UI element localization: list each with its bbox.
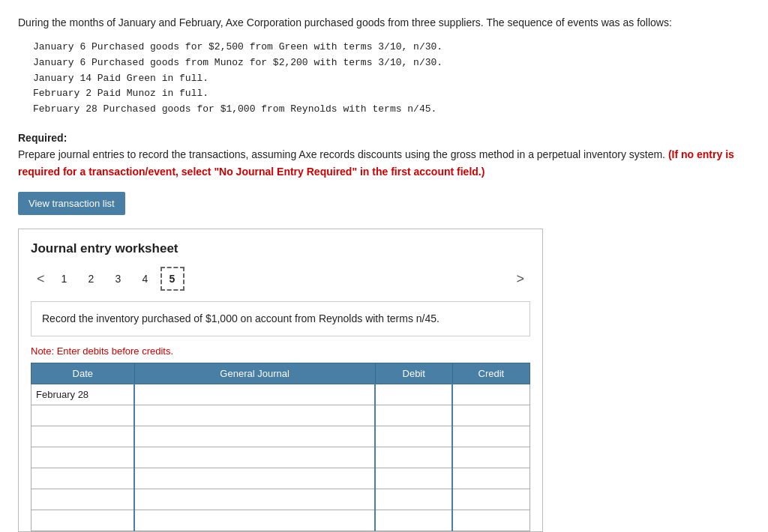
journal-table: Date General Journal Debit Credit Februa… — [31, 363, 530, 531]
table-row: February 28 — [32, 384, 530, 405]
view-transaction-list-button[interactable]: View transaction list — [18, 192, 125, 215]
credit-input-5[interactable] — [458, 473, 525, 484]
gj-input-6[interactable] — [140, 494, 370, 505]
gj-input-7[interactable] — [140, 515, 370, 526]
debit-input-4[interactable] — [380, 452, 447, 463]
required-label: Required: — [18, 132, 67, 144]
transaction-item: January 6 Purchased goods from Munoz for… — [33, 55, 750, 71]
gj-cell-1[interactable] — [134, 384, 375, 405]
gj-input-5[interactable] — [140, 473, 370, 484]
credit-cell-2[interactable] — [452, 405, 530, 426]
worksheet-title: Journal entry worksheet — [31, 241, 530, 256]
table-row — [32, 405, 530, 426]
tab-1[interactable]: 1 — [52, 267, 76, 291]
date-cell-5 — [32, 468, 135, 489]
debit-input-2[interactable] — [380, 410, 447, 421]
debit-cell-6[interactable] — [375, 489, 452, 510]
debit-cell-4[interactable] — [375, 447, 452, 468]
debit-cell-7[interactable] — [375, 510, 452, 531]
debit-cell-5[interactable] — [375, 468, 452, 489]
credit-input-3[interactable] — [458, 431, 525, 442]
gj-input-2[interactable] — [140, 410, 370, 421]
required-section: Required: Prepare journal entries to rec… — [18, 130, 750, 180]
gj-cell-6[interactable] — [134, 489, 375, 510]
gj-input-4[interactable] — [140, 452, 370, 463]
date-cell-6 — [32, 489, 135, 510]
nav-prev-arrow[interactable]: < — [31, 270, 51, 288]
transaction-item: January 14 Paid Green in full. — [33, 71, 750, 87]
date-cell-1: February 28 — [32, 384, 135, 405]
credit-cell-4[interactable] — [452, 447, 530, 468]
date-cell-3 — [32, 426, 135, 447]
tab-3[interactable]: 3 — [106, 267, 130, 291]
debit-input-6[interactable] — [380, 494, 447, 505]
gj-input-3[interactable] — [140, 431, 370, 442]
gj-input-1[interactable] — [140, 389, 370, 400]
credit-cell-5[interactable] — [452, 468, 530, 489]
intro-text: During the months of January and Februar… — [18, 15, 750, 31]
credit-input-4[interactable] — [458, 452, 525, 463]
table-row — [32, 447, 530, 468]
tab-navigation: < 1 2 3 4 5 > — [31, 267, 530, 291]
col-general-journal: General Journal — [134, 363, 375, 384]
transaction-item: February 28 Purchased goods for $1,000 f… — [33, 102, 750, 118]
debit-cell-3[interactable] — [375, 426, 452, 447]
tab-2[interactable]: 2 — [80, 267, 104, 291]
transaction-item: January 6 Purchased goods for $2,500 fro… — [33, 40, 750, 55]
tab-4[interactable]: 4 — [134, 267, 158, 291]
nav-next-arrow[interactable]: > — [510, 270, 530, 288]
table-row — [32, 510, 530, 531]
instruction-box: Record the inventory purchased of $1,000… — [31, 301, 530, 336]
date-cell-2 — [32, 405, 135, 426]
gj-cell-4[interactable] — [134, 447, 375, 468]
gj-cell-2[interactable] — [134, 405, 375, 426]
col-credit: Credit — [452, 363, 530, 384]
table-row — [32, 468, 530, 489]
date-cell-7 — [32, 510, 135, 531]
transaction-list: January 6 Purchased goods for $2,500 fro… — [33, 40, 750, 118]
debit-cell-2[interactable] — [375, 405, 452, 426]
debit-input-1[interactable] — [380, 389, 447, 400]
credit-input-2[interactable] — [458, 410, 525, 421]
debit-cell-1[interactable] — [375, 384, 452, 405]
credit-cell-3[interactable] — [452, 426, 530, 447]
credit-cell-7[interactable] — [452, 510, 530, 531]
credit-input-7[interactable] — [458, 515, 525, 526]
table-row — [32, 426, 530, 447]
table-row — [32, 489, 530, 510]
journal-entry-worksheet: Journal entry worksheet < 1 2 3 4 5 > Re… — [18, 229, 543, 532]
col-debit: Debit — [375, 363, 452, 384]
credit-input-1[interactable] — [458, 389, 525, 400]
credit-input-6[interactable] — [458, 494, 525, 505]
gj-cell-3[interactable] — [134, 426, 375, 447]
note-text: Note: Enter debits before credits. — [31, 345, 530, 357]
transaction-item: February 2 Paid Munoz in full. — [33, 86, 750, 102]
required-instruction: Prepare journal entries to record the tr… — [18, 148, 665, 160]
credit-cell-1[interactable] — [452, 384, 530, 405]
col-date: Date — [32, 363, 135, 384]
tab-5[interactable]: 5 — [160, 267, 184, 291]
credit-cell-6[interactable] — [452, 489, 530, 510]
date-cell-4 — [32, 447, 135, 468]
debit-input-7[interactable] — [380, 515, 447, 526]
debit-input-3[interactable] — [380, 431, 447, 442]
debit-input-5[interactable] — [380, 473, 447, 484]
gj-cell-7[interactable] — [134, 510, 375, 531]
gj-cell-5[interactable] — [134, 468, 375, 489]
